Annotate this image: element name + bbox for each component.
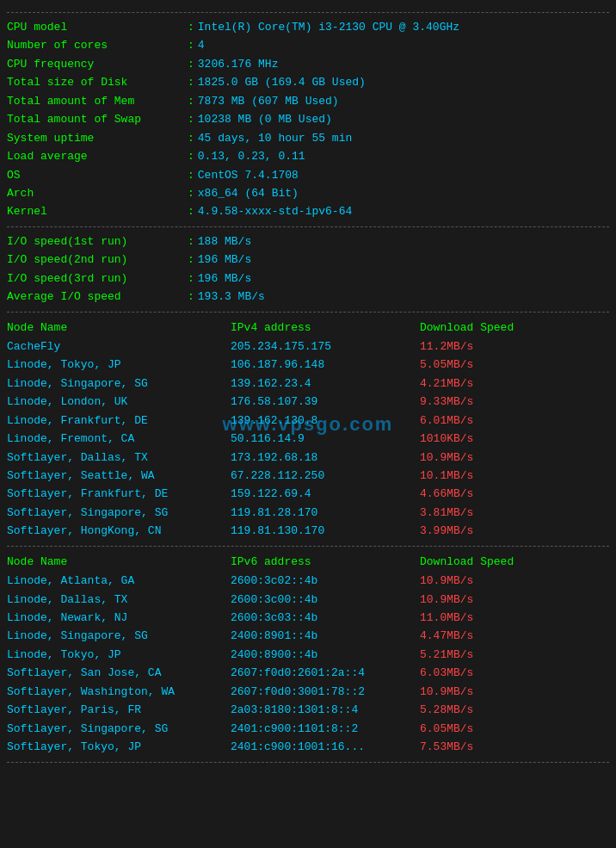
table-row: Linode, Fremont, CA50.116.14.91010KB/s xyxy=(7,430,609,448)
io-value: 193.3 MB/s xyxy=(198,288,265,306)
ipv6-section: Node Name IPv6 address Download Speed Li… xyxy=(7,552,609,757)
download-speed: 9.33MB/s xyxy=(420,393,523,411)
ip-address: 2401:c900:1001:16... xyxy=(231,738,420,756)
sysinfo-colon: : xyxy=(188,36,194,54)
ipv4-section: Node Name IPv4 address Download Speed Ca… xyxy=(7,318,609,541)
ip-address: 2600:3c02::4b xyxy=(231,572,420,590)
table-row: Softlayer, Seattle, WA67.228.112.25010.1… xyxy=(7,467,609,485)
sysinfo-value: 3206.176 MHz xyxy=(198,55,279,73)
sysinfo-value: 0.13, 0.23, 0.11 xyxy=(198,147,305,165)
sysinfo-colon: : xyxy=(188,73,194,91)
sysinfo-row: CPU model:Intel(R) Core(TM) i3-2130 CPU … xyxy=(7,18,609,36)
sysinfo-row: Number of cores:4 xyxy=(7,36,609,54)
io-value: 188 MB/s xyxy=(198,232,251,251)
table-row: Softlayer, Paris, FR2a03:8180:1301:8::45… xyxy=(7,701,609,719)
ip-address: 2607:f0d0:3001:78::2 xyxy=(231,683,420,701)
ip-address: 2400:8900::4b xyxy=(231,646,420,664)
ipv6-header-col2: IPv6 address xyxy=(231,552,420,572)
node-name: Linode, London, UK xyxy=(7,393,231,411)
node-name: Softlayer, Singapore, SG xyxy=(7,720,231,738)
sysinfo-value: 4 xyxy=(198,36,205,54)
table-row: Softlayer, Frankfurt, DE159.122.69.44.66… xyxy=(7,485,609,503)
ip-address: 67.228.112.250 xyxy=(231,467,420,485)
sysinfo-colon: : xyxy=(188,18,194,36)
download-speed: 10.1MB/s xyxy=(420,467,523,485)
sysinfo-colon: : xyxy=(188,110,194,128)
sysinfo-value: 7873 MB (607 MB Used) xyxy=(198,92,339,110)
ip-address: 106.187.96.148 xyxy=(231,356,420,374)
table-row: Linode, London, UK176.58.107.399.33MB/s xyxy=(7,393,609,411)
sysinfo-row: Total amount of Swap:10238 MB (0 MB Used… xyxy=(7,110,609,128)
bottom-divider xyxy=(7,762,609,763)
download-speed: 3.99MB/s xyxy=(420,522,523,540)
sysinfo-value: Intel(R) Core(TM) i3-2130 CPU @ 3.40GHz xyxy=(198,18,459,36)
sysinfo-label: Kernel xyxy=(7,202,188,220)
node-name: Linode, Singapore, SG xyxy=(7,627,231,645)
io-row: I/O speed(3rd run):196 MB/s xyxy=(7,269,609,288)
download-speed: 11.2MB/s xyxy=(420,337,523,356)
sysinfo-label: Total size of Disk xyxy=(7,73,188,91)
sysinfo-row: Kernel:4.9.58-xxxx-std-ipv6-64 xyxy=(7,202,609,220)
table-row: Linode, Atlanta, GA2600:3c02::4b10.9MB/s xyxy=(7,572,609,590)
download-speed: 5.05MB/s xyxy=(420,356,523,374)
ipv4-header-col3: Download Speed xyxy=(420,318,523,337)
top-divider xyxy=(7,12,609,13)
io-value: 196 MB/s xyxy=(198,251,251,269)
table-row: Softlayer, Dallas, TX173.192.68.1810.9MB… xyxy=(7,449,609,467)
ip-address: 159.122.69.4 xyxy=(231,485,420,503)
sysinfo-divider xyxy=(7,226,609,227)
io-colon: : xyxy=(188,288,194,306)
node-name: Linode, Fremont, CA xyxy=(7,430,231,448)
ip-address: 119.81.130.170 xyxy=(231,522,420,540)
download-speed: 6.05MB/s xyxy=(420,720,523,738)
table-row: Softlayer, San Jose, CA2607:f0d0:2601:2a… xyxy=(7,664,609,682)
table-row: Softlayer, Singapore, SG119.81.28.1703.8… xyxy=(7,504,609,522)
io-colon: : xyxy=(188,232,194,251)
node-name: Linode, Singapore, SG xyxy=(7,374,231,393)
sysinfo-row: CPU frequency:3206.176 MHz xyxy=(7,55,609,73)
download-speed: 10.9MB/s xyxy=(420,572,523,590)
ip-address: 205.234.175.175 xyxy=(231,337,420,356)
sysinfo-value: CentOS 7.4.1708 xyxy=(198,166,299,184)
sysinfo-value: 10238 MB (0 MB Used) xyxy=(198,110,332,128)
node-name: Linode, Tokyo, JP xyxy=(7,646,231,664)
ip-address: 2401:c900:1101:8::2 xyxy=(231,720,420,738)
table-row: Linode, Tokyo, JP2400:8900::4b5.21MB/s xyxy=(7,646,609,664)
ip-address: 2400:8901::4b xyxy=(231,627,420,645)
download-speed: 10.9MB/s xyxy=(420,449,523,467)
ip-address: 139.162.23.4 xyxy=(231,374,420,393)
io-row: Average I/O speed:193.3 MB/s xyxy=(7,288,609,306)
sysinfo-row: System uptime:45 days, 10 hour 55 min xyxy=(7,129,609,147)
download-speed: 4.21MB/s xyxy=(420,374,523,393)
sysinfo-colon: : xyxy=(188,129,194,147)
ipv6-table-header: Node Name IPv6 address Download Speed xyxy=(7,552,609,572)
sysinfo-label: Arch xyxy=(7,184,188,202)
node-name: Softlayer, Dallas, TX xyxy=(7,449,231,467)
node-name: Softlayer, Singapore, SG xyxy=(7,504,231,522)
ip-address: 2600:3c00::4b xyxy=(231,591,420,609)
table-row: Softlayer, Washington, WA2607:f0d0:3001:… xyxy=(7,683,609,701)
sysinfo-label: CPU frequency xyxy=(7,55,188,73)
ipv4-divider xyxy=(7,546,609,547)
ip-address: 119.81.28.170 xyxy=(231,504,420,522)
download-speed: 3.81MB/s xyxy=(420,504,523,522)
io-value: 196 MB/s xyxy=(198,269,251,288)
download-speed: 1010KB/s xyxy=(420,430,523,448)
ip-address: 50.116.14.9 xyxy=(231,430,420,448)
table-row: Linode, Tokyo, JP106.187.96.1485.05MB/s xyxy=(7,356,609,374)
ipv6-rows-container: Linode, Atlanta, GA2600:3c02::4b10.9MB/s… xyxy=(7,572,609,756)
sysinfo-colon: : xyxy=(188,202,194,220)
ipv4-header-col1: Node Name xyxy=(7,318,231,337)
download-speed: 4.47MB/s xyxy=(420,627,523,645)
node-name: Softlayer, Frankfurt, DE xyxy=(7,485,231,503)
ipv6-header-col3: Download Speed xyxy=(420,552,523,572)
node-name: Softlayer, Tokyo, JP xyxy=(7,738,231,756)
sysinfo-label: CPU model xyxy=(7,18,188,36)
node-name: Linode, Atlanta, GA xyxy=(7,572,231,590)
ip-address: 2a03:8180:1301:8::4 xyxy=(231,701,420,719)
io-colon: : xyxy=(188,251,194,269)
table-row: Softlayer, Singapore, SG2401:c900:1101:8… xyxy=(7,720,609,738)
sysinfo-colon: : xyxy=(188,147,194,165)
node-name: Linode, Dallas, TX xyxy=(7,591,231,609)
io-label: I/O speed(3rd run) xyxy=(7,269,188,288)
